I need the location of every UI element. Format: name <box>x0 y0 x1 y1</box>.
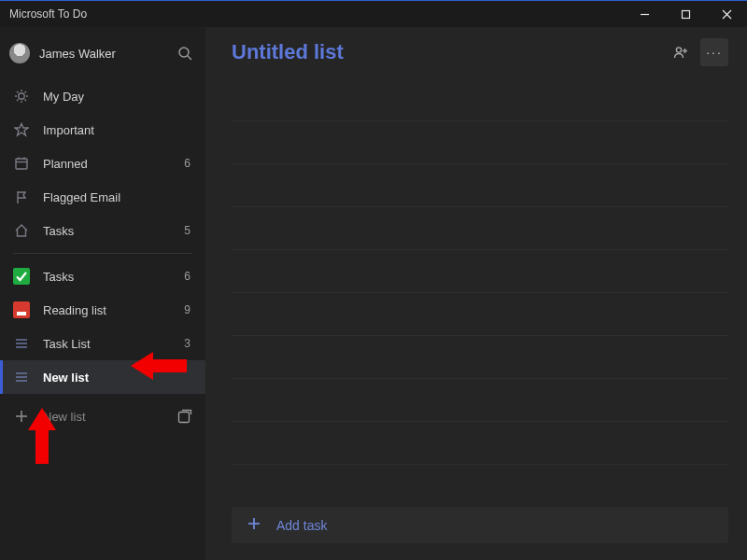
star-icon <box>13 121 30 138</box>
task-row-placeholder <box>232 77 728 120</box>
flag-icon <box>13 189 30 205</box>
app-title: Microsoft To Do <box>9 7 87 21</box>
sidebar-item-count: 3 <box>181 337 190 350</box>
sun-icon <box>13 88 30 105</box>
app-window: Microsoft To Do James Walker <box>0 0 747 560</box>
add-task-label: Add task <box>276 518 327 533</box>
plus-icon <box>15 410 28 423</box>
user-row[interactable]: James Walker <box>0 27 205 79</box>
sidebar-item-count: 6 <box>181 157 190 170</box>
sidebar-item-label: Reading list <box>43 303 168 317</box>
svg-point-4 <box>179 48 189 57</box>
svg-line-14 <box>25 91 27 93</box>
sidebar-item-label: New list <box>43 371 168 385</box>
titlebar: Microsoft To Do <box>0 1 747 27</box>
task-row-placeholder <box>232 335 728 378</box>
close-icon <box>722 9 732 20</box>
svg-line-11 <box>17 91 19 93</box>
new-group-button[interactable] <box>176 407 194 426</box>
task-row-placeholder <box>232 249 728 292</box>
sidebar-item-count: 5 <box>181 224 190 237</box>
new-group-icon <box>176 408 193 425</box>
main-pane: Untitled list ··· Add task <box>205 27 747 560</box>
calendar-icon <box>13 155 30 172</box>
window-controls <box>624 1 747 27</box>
list-icon <box>13 335 30 352</box>
home-icon <box>13 222 30 239</box>
sidebar: James Walker My Day Important <box>0 27 205 560</box>
maximize-button[interactable] <box>665 1 706 27</box>
sidebar-item-label: Important <box>43 123 168 137</box>
search-icon <box>177 46 192 61</box>
sidebar-item-task-list[interactable]: Task List 3 <box>0 327 205 360</box>
svg-point-34 <box>676 48 681 52</box>
search-button[interactable] <box>177 46 192 61</box>
sidebar-item-planned[interactable]: Planned 6 <box>0 147 205 180</box>
svg-rect-30 <box>179 413 190 423</box>
svg-rect-16 <box>16 159 27 169</box>
list-title[interactable]: Untitled list <box>232 40 661 64</box>
new-list-row: New list <box>0 398 205 435</box>
smart-lists: My Day Important Planned 6 Flagged Email <box>0 79 205 247</box>
task-row-placeholder <box>232 378 728 421</box>
maximize-icon <box>681 9 691 20</box>
minimize-button[interactable] <box>624 1 665 27</box>
sidebar-item-label: Tasks <box>43 270 168 284</box>
more-button[interactable]: ··· <box>700 38 728 66</box>
svg-line-12 <box>25 100 27 102</box>
svg-line-13 <box>17 100 19 102</box>
sidebar-item-label: Planned <box>43 157 168 171</box>
svg-rect-1 <box>682 10 689 18</box>
sidebar-item-label: My Day <box>43 90 168 104</box>
person-add-icon <box>673 45 688 60</box>
sidebar-item-my-day[interactable]: My Day <box>0 79 205 113</box>
task-row-placeholder <box>232 206 728 249</box>
book-icon <box>13 301 30 318</box>
sidebar-item-label: Task List <box>43 337 168 351</box>
divider <box>13 253 192 254</box>
sidebar-item-reading-list[interactable]: Reading list 9 <box>0 293 205 327</box>
sidebar-item-label: Flagged Email <box>43 190 168 204</box>
close-button[interactable] <box>706 1 747 27</box>
sidebar-item-flagged-email[interactable]: Flagged Email <box>0 180 205 214</box>
sidebar-item-label: Tasks <box>43 224 168 238</box>
task-row-placeholder <box>232 120 728 163</box>
svg-marker-15 <box>15 124 28 136</box>
sidebar-item-count: 9 <box>181 303 190 316</box>
check-icon <box>13 268 30 285</box>
task-area <box>205 77 747 507</box>
user-lists: Tasks 6 Reading list 9 Task List 3 New l… <box>0 259 205 394</box>
sidebar-item-count: 6 <box>181 270 190 283</box>
sidebar-item-tasks[interactable]: Tasks 5 <box>0 214 205 247</box>
new-list-button[interactable] <box>13 408 30 425</box>
ellipsis-icon: ··· <box>706 45 723 60</box>
sidebar-item-tasks-list[interactable]: Tasks 6 <box>0 259 205 293</box>
task-row-placeholder <box>232 163 728 206</box>
sidebar-item-important[interactable]: Important <box>0 113 205 147</box>
list-icon <box>13 369 30 385</box>
avatar <box>9 43 30 63</box>
svg-line-5 <box>188 56 191 60</box>
share-button[interactable] <box>667 38 695 66</box>
user-name: James Walker <box>39 47 168 61</box>
new-list-label[interactable]: New list <box>43 410 162 424</box>
task-row-placeholder <box>232 421 728 464</box>
svg-point-6 <box>19 93 24 99</box>
minimize-icon <box>640 9 650 20</box>
svg-rect-21 <box>17 312 26 315</box>
main-header: Untitled list ··· <box>205 27 747 77</box>
sidebar-item-new-list[interactable]: New list <box>0 360 205 394</box>
task-row-placeholder <box>232 464 728 507</box>
add-task-bar[interactable]: Add task <box>232 507 728 543</box>
task-row-placeholder <box>232 292 728 335</box>
plus-icon <box>247 516 261 535</box>
